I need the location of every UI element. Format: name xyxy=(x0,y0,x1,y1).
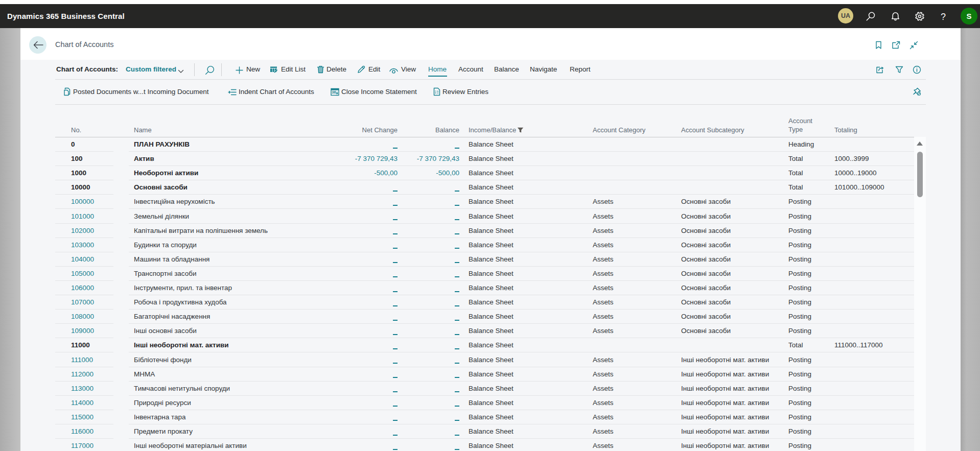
svg-text:36: 36 xyxy=(332,90,336,94)
